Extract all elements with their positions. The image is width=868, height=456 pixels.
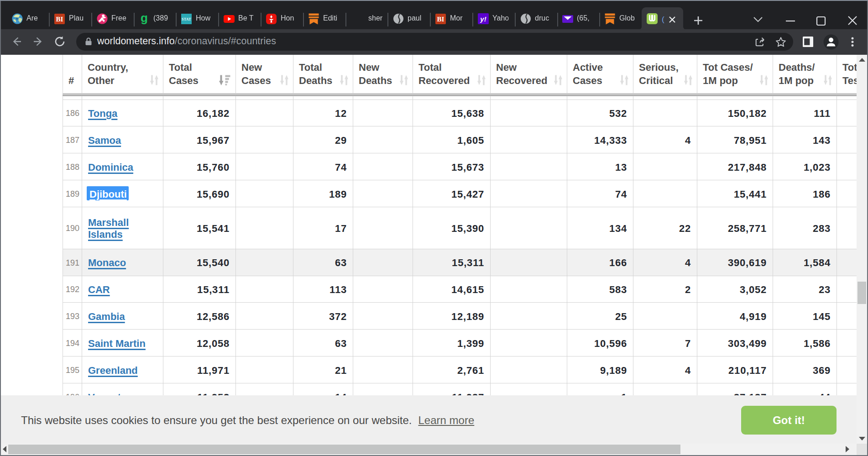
svg-text:STAT: STAT: [182, 17, 191, 21]
svg-text:g: g: [141, 13, 148, 24]
svg-text:BI: BI: [56, 15, 63, 22]
svg-text:BI: BI: [437, 15, 444, 22]
svg-text:y!: y!: [480, 15, 486, 23]
